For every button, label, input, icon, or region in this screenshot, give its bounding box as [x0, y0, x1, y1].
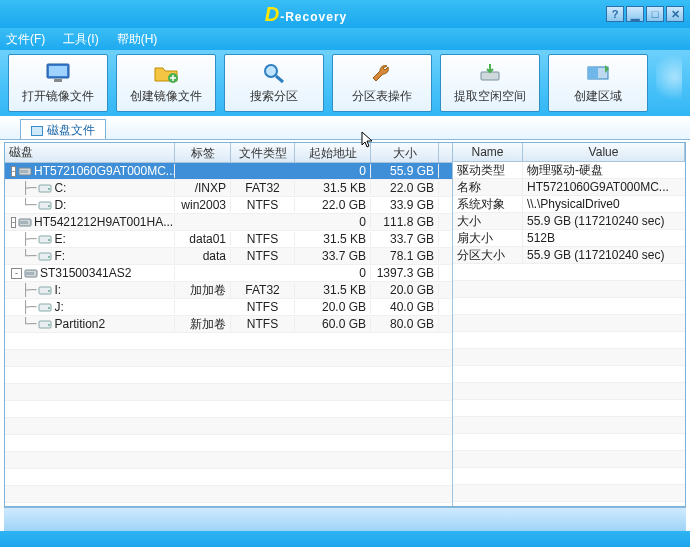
cell-size: 55.9 GB: [371, 164, 439, 178]
tree-toggle[interactable]: -: [11, 268, 22, 279]
disk-row[interactable]: - HT5421212H9AT001HA...0111.8 GB: [5, 214, 452, 231]
empty-row: [5, 503, 452, 506]
drive-icon: [38, 233, 52, 245]
property-grid: Name Value 驱动类型物理驱动-硬盘名称HT5721060G9AT000…: [453, 143, 685, 506]
cell-start: 31.5 KB: [295, 283, 371, 297]
empty-row: [5, 486, 452, 503]
empty-row: [5, 469, 452, 486]
partition-ops-label: 分区表操作: [352, 88, 412, 105]
close-button[interactable]: ✕: [666, 6, 684, 22]
cell-label: data: [175, 249, 231, 263]
partition-ops-button[interactable]: 分区表操作: [332, 54, 432, 112]
cell-fs: NTFS: [231, 317, 295, 331]
drive-icon: [38, 318, 52, 330]
col-start[interactable]: 起始地址: [295, 143, 371, 162]
svg-rect-22: [26, 272, 34, 275]
menu-file[interactable]: 文件(F): [6, 31, 45, 48]
property-row[interactable]: 系统对象\\.\PhysicalDrive0: [453, 196, 685, 213]
property-row[interactable]: 名称HT5721060G9AT000MC...: [453, 179, 685, 196]
hard-disk-icon: [24, 267, 38, 279]
empty-row: [5, 452, 452, 469]
cell-size: 22.0 GB: [371, 181, 439, 195]
disk-grid: 磁盘 标签 文件类型 起始地址 大小 - HT5721060G9AT000MC.…: [5, 143, 453, 506]
row-name: ST31500341AS2: [40, 266, 131, 280]
col-disk[interactable]: 磁盘: [5, 143, 175, 162]
create-region-button[interactable]: 创建区域: [548, 54, 648, 112]
partition-row[interactable]: ├─ I:加加卷FAT3231.5 KB20.0 GB: [5, 282, 452, 299]
partition-row[interactable]: └─ F:dataNTFS33.7 GB78.1 GB: [5, 248, 452, 265]
property-name: 名称: [453, 179, 523, 196]
empty-row: [453, 315, 685, 332]
property-grid-header: Name Value: [453, 143, 685, 162]
empty-row: [453, 366, 685, 383]
empty-row: [5, 435, 452, 452]
cell-start: 31.5 KB: [295, 232, 371, 246]
property-row[interactable]: 扇大小512B: [453, 230, 685, 247]
partition-row[interactable]: ├─ J:NTFS20.0 GB40.0 GB: [5, 299, 452, 316]
col-name[interactable]: Name: [453, 143, 523, 161]
cell-size: 40.0 GB: [371, 300, 439, 314]
cell-start: 33.7 GB: [295, 249, 371, 263]
tab-disk-files[interactable]: 磁盘文件: [20, 119, 106, 139]
open-image-button[interactable]: 打开镜像文件: [8, 54, 108, 112]
cell-start: 60.0 GB: [295, 317, 371, 331]
property-row[interactable]: 驱动类型物理驱动-硬盘: [453, 162, 685, 179]
partition-row[interactable]: ├─ C:/INXPFAT3231.5 KB22.0 GB: [5, 180, 452, 197]
partition-row[interactable]: └─ D:win2003NTFS22.0 GB33.9 GB: [5, 197, 452, 214]
create-image-button[interactable]: 创建镜像文件: [116, 54, 216, 112]
svg-line-5: [276, 76, 283, 82]
col-fstype[interactable]: 文件类型: [231, 143, 295, 162]
property-value: 物理驱动-硬盘: [523, 162, 685, 179]
col-value[interactable]: Value: [523, 143, 685, 161]
wrench-icon: [369, 62, 395, 84]
empty-row: [5, 333, 452, 350]
property-row[interactable]: 大小55.9 GB (117210240 sec): [453, 213, 685, 230]
property-value: \\.\PhysicalDrive0: [523, 197, 685, 211]
cell-size: 1397.3 GB: [371, 266, 439, 280]
search-partition-button[interactable]: 搜索分区: [224, 54, 324, 112]
property-name: 扇大小: [453, 230, 523, 247]
partition-row[interactable]: └─ Partition2新加卷NTFS60.0 GB80.0 GB: [5, 316, 452, 333]
row-name: HT5421212H9AT001HA...: [34, 215, 173, 229]
disk-extract-icon: [477, 62, 503, 84]
extract-free-button[interactable]: 提取空闲空间: [440, 54, 540, 112]
cell-fs: FAT32: [231, 283, 295, 297]
cell-label: win2003: [175, 198, 231, 212]
svg-point-4: [265, 65, 277, 77]
tree-toggle[interactable]: -: [11, 217, 16, 228]
disk-row[interactable]: - HT5721060G9AT000MC...055.9 GB: [5, 163, 452, 180]
drive-icon: [38, 250, 52, 262]
property-grid-body[interactable]: 驱动类型物理驱动-硬盘名称HT5721060G9AT000MC...系统对象\\…: [453, 162, 685, 506]
disk-grid-body[interactable]: - HT5721060G9AT000MC...055.9 GB ├─ C:/IN…: [5, 163, 452, 506]
svg-point-24: [48, 290, 50, 292]
help-button[interactable]: ?: [606, 6, 624, 22]
tree-toggle[interactable]: -: [11, 166, 16, 177]
partition-row[interactable]: ├─ E:data01NTFS31.5 KB33.7 GB: [5, 231, 452, 248]
toolbar: 打开镜像文件 创建镜像文件 搜索分区 分区表操作 提取空闲空间 创建区域: [0, 50, 690, 116]
cell-label: 加加卷: [175, 282, 231, 299]
svg-point-18: [48, 239, 50, 241]
empty-row: [453, 434, 685, 451]
svg-rect-10: [20, 170, 28, 173]
maximize-button[interactable]: □: [646, 6, 664, 22]
toolbar-decor: [656, 54, 682, 112]
menu-help[interactable]: 帮助(H): [117, 31, 158, 48]
menu-tools[interactable]: 工具(I): [63, 31, 98, 48]
col-label[interactable]: 标签: [175, 143, 231, 162]
property-row[interactable]: 分区大小55.9 GB (117210240 sec): [453, 247, 685, 264]
col-size[interactable]: 大小: [371, 143, 439, 162]
create-image-label: 创建镜像文件: [130, 88, 202, 105]
minimize-button[interactable]: ▁: [626, 6, 644, 22]
svg-rect-1: [49, 66, 67, 76]
drive-icon: [38, 199, 52, 211]
window-controls: ? ▁ □ ✕: [606, 6, 684, 22]
property-name: 分区大小: [453, 247, 523, 264]
disk-row[interactable]: - ST31500341AS201397.3 GB: [5, 265, 452, 282]
row-name: HT5721060G9AT000MC...: [34, 164, 175, 178]
svg-rect-16: [20, 221, 28, 224]
cell-label: 新加卷: [175, 316, 231, 333]
status-bar: [0, 531, 690, 547]
bottom-bar: [4, 507, 686, 531]
empty-row: [453, 468, 685, 485]
empty-row: [5, 367, 452, 384]
